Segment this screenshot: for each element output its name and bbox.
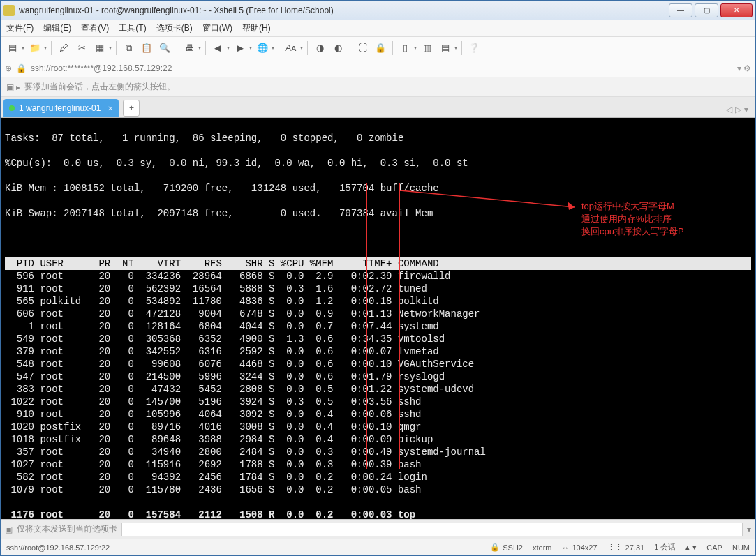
font-button[interactable]: Aᴀ	[283, 40, 299, 56]
disconnect-button[interactable]: ✂	[74, 40, 89, 56]
send-input[interactable]	[121, 523, 743, 536]
addrbar-menu-icon[interactable]: ▾ ⚙	[737, 63, 751, 73]
add-tab-button[interactable]: +	[123, 100, 140, 117]
toolbar: ▤▾ 📁▾ 🖊 ✂ ▦▾ ⧉ 📋 🔍 🖶▾ ◀▾ ▶▾ 🌐▾ Aᴀ▾ ◑ ◐ ⛶…	[1, 37, 755, 59]
tabs-row: 1 wangruifenglinux-01 ✕ + ◁ ▷ ▾	[1, 97, 755, 118]
open-button[interactable]: 📁	[27, 40, 43, 56]
process-row: 582 root 20 0 94392 2456 1784 S 0.0 0.2 …	[5, 471, 751, 483]
app-icon	[3, 5, 15, 16]
process-row: 606 root 20 0 472128 9004 6748 S 0.0 0.9…	[5, 308, 751, 320]
size-icon: ↔	[562, 543, 570, 552]
send-icon[interactable]: ▣	[5, 525, 13, 534]
lock-button[interactable]: 🔒	[373, 40, 388, 56]
process-row: 357 root 20 0 34940 2800 2484 S 0.0 0.3 …	[5, 446, 751, 458]
menubar: 文件(F) 编辑(E) 查看(V) 工具(T) 选项卡(B) 窗口(W) 帮助(…	[1, 20, 755, 37]
process-row: 549 root 20 0 305368 6352 4900 S 1.3 0.6…	[5, 333, 751, 345]
status-size: 104x27	[572, 543, 598, 552]
layout1-button[interactable]: ▯	[397, 40, 413, 56]
status-sessions: 1 会话	[654, 542, 676, 553]
process-row: 565 polkitd 20 0 534892 11780 4836 S 0.0…	[5, 295, 751, 308]
process-row: 383 root 20 0 47432 5452 2808 S 0.0 0.5 …	[5, 383, 751, 396]
process-row-bold: 1176 root 20 0 157584 2112 1508 R 0.0 0.…	[5, 509, 751, 519]
status-url: ssh://root@192.168.57.129:22	[6, 543, 110, 552]
hint-icon[interactable]: ▣ ▸	[6, 82, 20, 92]
nav-fwd-button[interactable]: ▶	[232, 40, 248, 56]
menu-edit[interactable]: 编辑(E)	[43, 22, 71, 34]
fullscreen-button[interactable]: ⛶	[355, 40, 370, 56]
tab-close-icon[interactable]: ✕	[108, 105, 113, 112]
process-row: 596 root 20 0 334236 28964 6868 S 0.0 2.…	[5, 270, 751, 283]
print-button[interactable]: 🖶	[181, 40, 197, 56]
status-ssh: SSH2	[503, 543, 523, 552]
status-cap: CAP	[706, 543, 722, 552]
process-row: 547 root 20 0 214500 5996 3244 S 0.0 0.6…	[5, 370, 751, 383]
nav-back-button[interactable]: ◀	[210, 40, 225, 56]
tab-label: 1 wangruifenglinux-01	[19, 103, 101, 113]
layout3-button[interactable]: ▤	[438, 40, 453, 56]
process-row: 379 root 20 0 342552 6316 2592 S 0.0 0.6…	[5, 345, 751, 358]
help-button[interactable]: ❔	[466, 40, 482, 56]
annotation-text: top运行中按大写字母M 通过使用内存%比排序 换回cpu排序按大写字母P	[581, 200, 684, 238]
menu-help[interactable]: 帮助(H)	[242, 22, 271, 34]
send-placeholder: 仅将文本发送到当前选项卡	[17, 523, 117, 535]
address-bar: ⊕ 🔒 ssh://root:********@192.168.57.129:2…	[1, 59, 755, 77]
paste-button[interactable]: 📋	[139, 40, 154, 56]
menu-tools[interactable]: 工具(T)	[119, 22, 146, 34]
tab-menu-icon[interactable]: ▾	[744, 105, 748, 114]
process-row: 1 root 20 0 128164 6804 4044 S 0.0 0.7 0…	[5, 320, 751, 333]
top-cpu-line: %Cpu(s): 0.0 us, 0.3 sy, 0.0 ni, 99.3 id…	[5, 157, 751, 170]
minimize-button[interactable]: —	[669, 3, 692, 17]
tab-left-icon[interactable]: ◁	[726, 105, 732, 114]
hint-bar: ▣ ▸ 要添加当前会话，点击左侧的箭头按钮。	[1, 77, 755, 97]
process-row: 1027 root 20 0 115916 2692 1788 S 0.0 0.…	[5, 458, 751, 471]
hint-text: 要添加当前会话，点击左侧的箭头按钮。	[24, 81, 175, 93]
pos-icon: ⋮⋮	[607, 543, 623, 552]
status-dot-icon	[9, 105, 15, 111]
process-row: 1020 postfix 20 0 89716 4016 3008 S 0.0 …	[5, 421, 751, 433]
process-row: 1018 postfix 20 0 89648 3988 2984 S 0.0 …	[5, 433, 751, 446]
top-header-row: PID USER PR NI VIRT RES SHR S %CPU %MEM …	[5, 257, 751, 270]
maximize-button[interactable]: ▢	[695, 3, 718, 17]
status-term: xterm	[533, 543, 552, 552]
copy-button[interactable]: ⧉	[121, 40, 136, 56]
addrbar-add-icon[interactable]: ⊕	[5, 63, 12, 73]
find-button[interactable]: 🔍	[157, 40, 172, 56]
ssh-icon: 🔒	[490, 543, 500, 552]
tab-right-icon[interactable]: ▷	[735, 105, 741, 114]
color1-button[interactable]: ◑	[312, 40, 327, 56]
color2-button[interactable]: ◐	[330, 40, 346, 56]
menu-tabs[interactable]: 选项卡(B)	[156, 22, 193, 34]
send-menu-icon[interactable]: ▾	[747, 525, 751, 534]
status-num: NUM	[732, 543, 750, 552]
send-bar: ▣ 仅将文本发送到当前选项卡 ▾	[1, 519, 755, 539]
address-url[interactable]: ssh://root:********@192.168.57.129:22	[31, 63, 733, 73]
status-bar: ssh://root@192.168.57.129:22 🔒SSH2 xterm…	[1, 539, 755, 555]
menu-view[interactable]: 查看(V)	[81, 22, 109, 34]
process-row: 1079 root 20 0 115780 2436 1656 S 0.0 0.…	[5, 483, 751, 496]
menu-file[interactable]: 文件(F)	[6, 22, 34, 34]
properties-button[interactable]: ▦	[92, 40, 108, 56]
reconnect-button[interactable]: 🖊	[56, 40, 71, 56]
window-title: wangruifenglinux-01 - root@wangruifengli…	[19, 6, 667, 15]
session-tab[interactable]: 1 wangruifenglinux-01 ✕	[3, 99, 119, 117]
sessions-up-icon[interactable]: ▴	[685, 543, 690, 552]
terminal[interactable]: Tasks: 87 total, 1 running, 86 sleeping,…	[1, 118, 755, 519]
menu-window[interactable]: 窗口(W)	[202, 22, 232, 34]
new-session-button[interactable]: ▤	[5, 40, 20, 56]
status-pos: 27,31	[625, 543, 645, 552]
process-row: 548 root 20 0 99608 6076 4468 S 0.0 0.6 …	[5, 358, 751, 370]
globe-button[interactable]: 🌐	[255, 40, 270, 56]
top-mem-line: KiB Mem : 1008152 total, 719200 free, 13…	[5, 182, 751, 195]
top-tasks-line: Tasks: 87 total, 1 running, 86 sleeping,…	[5, 132, 751, 144]
process-row: 910 root 20 0 105996 4064 3092 S 0.0 0.4…	[5, 408, 751, 421]
sessions-down-icon[interactable]: ▾	[692, 543, 697, 552]
process-row: 911 root 20 0 562392 16564 5888 S 0.3 1.…	[5, 283, 751, 295]
close-button[interactable]: ✕	[720, 3, 753, 17]
layout2-button[interactable]: ▥	[420, 40, 435, 56]
titlebar: wangruifenglinux-01 - root@wangruifengli…	[1, 1, 755, 20]
lock-icon: 🔒	[16, 63, 27, 73]
process-row: 1022 root 20 0 145700 5196 3924 S 0.3 0.…	[5, 396, 751, 408]
